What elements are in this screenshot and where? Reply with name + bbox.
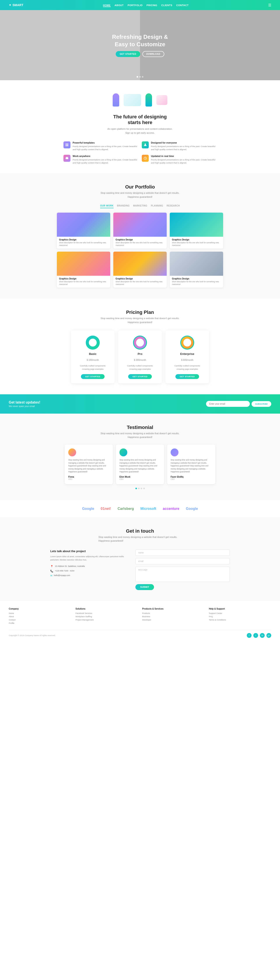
testimonial-name-2: Elon Musk <box>119 476 161 478</box>
footer: Company Home About Contact Profile Solut… <box>0 601 280 641</box>
portfolio-section: Our Portfolio Stop wasting time and mone… <box>0 173 280 299</box>
testimonial-name-3: Fazer Ekdllq <box>171 476 212 478</box>
hero-download-button[interactable]: DOWNLOAD <box>142 51 164 57</box>
features-section: The future of designing starts here An o… <box>0 80 280 173</box>
pricing-cards: Basic $ 199/month Carefully crafted comp… <box>9 330 271 383</box>
hero-dot-1[interactable] <box>137 76 138 78</box>
portfolio-card-1[interactable]: Graphics Design Short description for th… <box>57 213 110 248</box>
phone-icon: 📞 <box>50 570 53 573</box>
footer-link-workplace-staffing[interactable]: Workplace Staffing <box>76 616 138 618</box>
testimonial-cards: Stop wasting time and money designing an… <box>9 444 271 484</box>
social-instagram-icon[interactable]: in <box>260 633 265 638</box>
portfolio-card-3[interactable]: Graphics Design Short description for th… <box>170 213 223 248</box>
hero-get-started-button[interactable]: GET STARTED <box>116 51 140 57</box>
svg-rect-2 <box>66 145 67 146</box>
portfolio-grid: Graphics Design Short description for th… <box>57 213 223 288</box>
hero-heading: Refreshing Design & Easy to Customize <box>112 33 168 48</box>
portfolio-card-6[interactable]: Graphics Design Short description for th… <box>170 251 223 288</box>
nav-menu-icon[interactable]: ☰ <box>268 3 271 7</box>
contact-message-input[interactable] <box>135 566 230 582</box>
testimonial-card-2: Stop wasting time and money designing an… <box>116 444 164 484</box>
contact-name-input[interactable] <box>135 549 230 556</box>
hero-section: Refreshing Design & Easy to Customize GE… <box>0 10 280 80</box>
testimonial-dot-3[interactable] <box>141 488 142 489</box>
footer-grid: Company Home About Contact Profile Solut… <box>9 608 271 625</box>
nav-clients[interactable]: CLIENTS <box>161 4 172 6</box>
pricing-btn-basic[interactable]: GET STARTED <box>81 374 104 379</box>
testimonial-dot-2[interactable] <box>138 488 139 489</box>
nav-portfolio[interactable]: PORTFOLIO <box>128 4 142 6</box>
portfolio-card-4[interactable]: Graphics Design Short description for th… <box>57 251 110 288</box>
nav-links: HOME ABOUT PORTFOLIO PRICING CLIENTS CON… <box>103 3 189 7</box>
nav-logo: ✦ SMART <box>9 3 24 7</box>
feature-item-anywhere: Work anywhere Poorly designed presentati… <box>63 155 138 165</box>
pricing-amount-enterprise: $ 699/month <box>170 356 205 362</box>
social-google-plus-icon[interactable]: g+ <box>266 633 271 638</box>
features-grid: Powerful templates Poorly designed prese… <box>63 142 217 164</box>
feature-item-templates: Powerful templates Poorly designed prese… <box>63 142 138 151</box>
footer-link-developer[interactable]: Developer <box>142 619 204 621</box>
footer-col-products: Products & Services Products Business De… <box>142 608 204 625</box>
client-logo-google-2: Google <box>186 507 198 511</box>
portfolio-card-2[interactable]: Graphics Design Short description for th… <box>113 213 167 248</box>
footer-link-facebook-services[interactable]: Facebook Services <box>76 612 138 614</box>
social-twitter-icon[interactable]: t <box>253 633 258 638</box>
tab-our-work[interactable]: OUR WORK <box>100 204 114 208</box>
footer-link-project-management[interactable]: Project Management <box>76 619 138 621</box>
portfolio-card-5[interactable]: Graphics Design Short description for th… <box>113 251 167 288</box>
footer-link-profile[interactable]: Profile <box>9 622 71 624</box>
portfolio-img-3 <box>170 213 223 237</box>
nav-about[interactable]: ABOUT <box>115 4 124 6</box>
pricing-card-enterprise: Enterprise $ 699/month Carefully crafted… <box>165 330 209 383</box>
hero-dot-2[interactable] <box>139 76 141 78</box>
tab-marketing[interactable]: MARKETING <box>133 204 147 208</box>
svg-rect-3 <box>67 145 68 146</box>
contact-email-input[interactable] <box>135 558 230 565</box>
newsletter-subscribe-button[interactable]: SUBSCRIBE <box>252 401 271 407</box>
portfolio-img-1 <box>57 213 110 237</box>
nav-contact[interactable]: CONTACT <box>176 4 188 6</box>
social-facebook-icon[interactable]: f <box>247 633 252 638</box>
tab-research[interactable]: RESEARCH <box>167 204 180 208</box>
testimonial-dot-4[interactable] <box>143 488 145 489</box>
footer-link-products[interactable]: Products <box>142 612 204 614</box>
contact-info: Lets talk about the project Lorem ipsum … <box>50 549 129 590</box>
footer-link-about[interactable]: About <box>9 616 71 618</box>
footer-link-terms[interactable]: Terms & Conditions <box>209 619 271 621</box>
navbar: ✦ SMART HOME ABOUT PORTFOLIO PRICING CLI… <box>0 0 280 10</box>
client-logo-microsoft: Microsoft <box>141 507 156 511</box>
testimonial-avatar-3 <box>171 449 179 457</box>
pricing-btn-pro[interactable]: GET STARTED <box>128 374 152 379</box>
footer-link-home[interactable]: Home <box>9 612 71 614</box>
pricing-title: Pricing Plan <box>9 310 271 315</box>
contact-submit-button[interactable]: SUBMIT <box>135 584 154 590</box>
portfolio-img-5 <box>113 251 167 276</box>
nav-pricing[interactable]: PRICING <box>147 4 157 6</box>
contact-email-text: hello@myapp.com <box>54 574 70 577</box>
feature-icon-everyone <box>142 142 149 148</box>
client-logo-accenture: accenture <box>163 507 179 511</box>
pricing-btn-enterprise[interactable]: GET STARTED <box>176 374 199 379</box>
footer-link-business[interactable]: Business <box>142 616 204 618</box>
hero-buttons: GET STARTED DOWNLOAD <box>112 51 168 57</box>
tab-branding[interactable]: BRANDING <box>117 204 130 208</box>
newsletter-left: Get latest updates! We never spam your e… <box>9 401 40 407</box>
hero-dot-3[interactable] <box>142 76 144 78</box>
nav-home[interactable]: HOME <box>103 4 111 7</box>
footer-link-contact[interactable]: Contact <box>9 619 71 621</box>
client-logo-onet: 01net! <box>101 507 111 511</box>
pricing-avatar-enterprise <box>180 336 194 350</box>
contact-section: Get in touch Stop wasting time and money… <box>0 517 280 601</box>
pricing-card-pro: Pro $ 399/month Carefully crafted compon… <box>118 330 162 383</box>
features-subtitle: An open platform for presentations and c… <box>105 127 175 135</box>
tab-planning[interactable]: PLANNING <box>151 204 163 208</box>
pricing-features-enterprise: Carefully crafted components Amazing pag… <box>170 364 205 371</box>
footer-link-support-center[interactable]: Support Center <box>209 612 271 614</box>
feature-text-everyone: Designed for everyone Poorly designed pr… <box>151 142 217 151</box>
hero-dots <box>137 76 144 78</box>
newsletter-email-input[interactable] <box>206 401 250 407</box>
location-icon: 📍 <box>50 565 53 568</box>
testimonial-dot-1[interactable] <box>135 488 137 489</box>
feature-icon-templates <box>63 142 70 148</box>
footer-link-faq[interactable]: FAQ <box>209 616 271 618</box>
